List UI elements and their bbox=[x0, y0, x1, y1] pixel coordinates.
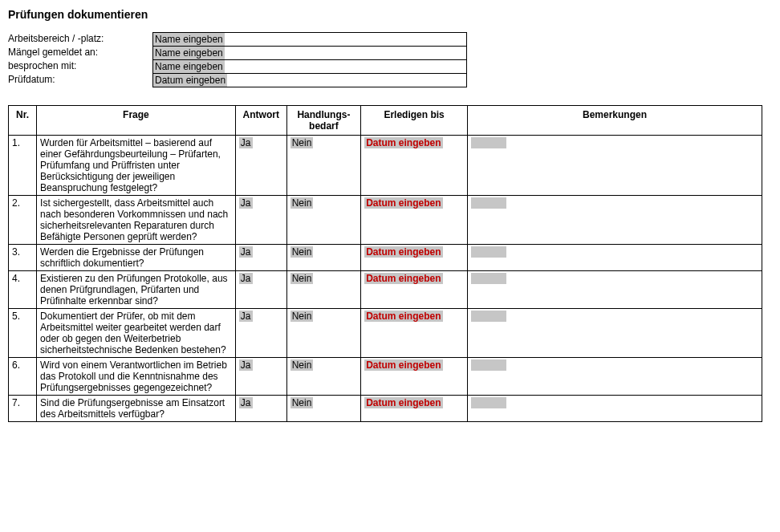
antwort-placeholder: Ja bbox=[239, 359, 253, 371]
cell-handlung[interactable]: Nein bbox=[286, 396, 361, 422]
cell-nr: 7. bbox=[9, 396, 37, 422]
th-handlung-l2: bedarf bbox=[309, 120, 339, 132]
cell-bemerkungen[interactable] bbox=[468, 309, 762, 358]
cell-handlung[interactable]: Nein bbox=[286, 271, 361, 309]
cell-antwort[interactable]: Ja bbox=[235, 245, 286, 271]
cell-frage: Werden die Ergebnisse der Prüfungen schr… bbox=[37, 245, 236, 271]
cell-handlung[interactable]: Nein bbox=[286, 358, 361, 396]
antwort-placeholder: Ja bbox=[239, 397, 253, 408]
checklist-table: Nr. Frage Antwort Handlungs- bedarf Erle… bbox=[8, 105, 762, 422]
th-nr: Nr. bbox=[9, 106, 37, 136]
cell-bemerkungen[interactable] bbox=[468, 396, 762, 422]
cell-frage: Wird von einem Verantwortlichen im Betri… bbox=[37, 358, 236, 396]
cell-bemerkungen[interactable] bbox=[468, 196, 762, 245]
th-bemerk: Bemerkungen bbox=[468, 106, 762, 136]
th-handlung-l1: Handlungs- bbox=[297, 109, 350, 120]
table-row: 5.Dokumentiert der Prüfer, ob mit dem Ar… bbox=[9, 309, 762, 358]
erledigen-placeholder: Datum eingeben bbox=[364, 246, 442, 258]
meta-input[interactable]: Datum eingeben bbox=[153, 74, 467, 87]
cell-nr: 4. bbox=[9, 271, 37, 309]
handlung-placeholder: Nein bbox=[290, 137, 314, 148]
meta-input[interactable]: Name eingeben bbox=[153, 60, 467, 74]
th-handlung: Handlungs- bedarf bbox=[286, 106, 361, 136]
cell-nr: 2. bbox=[9, 196, 37, 245]
cell-nr: 3. bbox=[9, 245, 37, 271]
bemerkungen-placeholder bbox=[471, 359, 506, 371]
meta-input[interactable]: Name eingeben bbox=[153, 33, 467, 47]
cell-erledigen[interactable]: Datum eingeben bbox=[361, 136, 468, 196]
antwort-placeholder: Ja bbox=[239, 137, 253, 148]
page-title: Prüfungen dokumentieren bbox=[8, 8, 772, 21]
cell-handlung[interactable]: Nein bbox=[286, 245, 361, 271]
meta-placeholder: Name eingeben bbox=[153, 60, 225, 73]
erledigen-placeholder: Datum eingeben bbox=[364, 273, 442, 284]
th-frage: Frage bbox=[37, 106, 236, 136]
th-antwort: Antwort bbox=[235, 106, 286, 136]
cell-erledigen[interactable]: Datum eingeben bbox=[361, 396, 468, 422]
antwort-placeholder: Ja bbox=[239, 311, 253, 322]
meta-placeholder: Datum eingeben bbox=[153, 74, 227, 87]
cell-erledigen[interactable]: Datum eingeben bbox=[361, 271, 468, 309]
cell-frage: Wurden für Arbeitsmittel – basierend auf… bbox=[37, 136, 236, 196]
cell-handlung[interactable]: Nein bbox=[286, 309, 361, 358]
cell-antwort[interactable]: Ja bbox=[235, 358, 286, 396]
cell-antwort[interactable]: Ja bbox=[235, 196, 286, 245]
table-row: 1.Wurden für Arbeitsmittel – basierend a… bbox=[9, 136, 762, 196]
bemerkungen-placeholder bbox=[471, 246, 506, 258]
table-row: 2.Ist sichergestellt, dass Arbeitsmittel… bbox=[9, 196, 762, 245]
erledigen-placeholder: Datum eingeben bbox=[364, 197, 442, 209]
cell-bemerkungen[interactable] bbox=[468, 358, 762, 396]
cell-bemerkungen[interactable] bbox=[468, 271, 762, 309]
bemerkungen-placeholder bbox=[471, 397, 506, 408]
bemerkungen-placeholder bbox=[471, 311, 506, 322]
handlung-placeholder: Nein bbox=[290, 397, 314, 408]
handlung-placeholder: Nein bbox=[290, 273, 314, 284]
cell-handlung[interactable]: Nein bbox=[286, 136, 361, 196]
cell-antwort[interactable]: Ja bbox=[235, 271, 286, 309]
cell-antwort[interactable]: Ja bbox=[235, 309, 286, 358]
cell-frage: Sind die Prüfungsergebnisse am Einsatzor… bbox=[37, 396, 236, 422]
cell-antwort[interactable]: Ja bbox=[235, 396, 286, 422]
antwort-placeholder: Ja bbox=[239, 273, 253, 284]
cell-handlung[interactable]: Nein bbox=[286, 196, 361, 245]
meta-fields: Arbeitsbereich / -platz:Name eingebenMän… bbox=[8, 32, 467, 87]
cell-frage: Existieren zu den Prüfungen Protokolle, … bbox=[37, 271, 236, 309]
cell-nr: 5. bbox=[9, 309, 37, 358]
table-row: 3.Werden die Ergebnisse der Prüfungen sc… bbox=[9, 245, 762, 271]
cell-bemerkungen[interactable] bbox=[468, 136, 762, 196]
cell-erledigen[interactable]: Datum eingeben bbox=[361, 245, 468, 271]
cell-nr: 1. bbox=[9, 136, 37, 196]
table-row: 7.Sind die Prüfungsergebnisse am Einsatz… bbox=[9, 396, 762, 422]
antwort-placeholder: Ja bbox=[239, 246, 253, 258]
handlung-placeholder: Nein bbox=[290, 311, 314, 322]
handlung-placeholder: Nein bbox=[290, 197, 314, 209]
erledigen-placeholder: Datum eingeben bbox=[364, 137, 442, 148]
cell-erledigen[interactable]: Datum eingeben bbox=[361, 358, 468, 396]
erledigen-placeholder: Datum eingeben bbox=[364, 359, 442, 371]
meta-label: besprochen mit: bbox=[8, 60, 153, 74]
cell-nr: 6. bbox=[9, 358, 37, 396]
antwort-placeholder: Ja bbox=[239, 197, 253, 209]
handlung-placeholder: Nein bbox=[290, 359, 314, 371]
cell-antwort[interactable]: Ja bbox=[235, 136, 286, 196]
cell-erledigen[interactable]: Datum eingeben bbox=[361, 196, 468, 245]
meta-placeholder: Name eingeben bbox=[153, 33, 225, 46]
meta-placeholder: Name eingeben bbox=[153, 47, 225, 59]
cell-frage: Dokumentiert der Prüfer, ob mit dem Arbe… bbox=[37, 309, 236, 358]
meta-label: Arbeitsbereich / -platz: bbox=[8, 33, 153, 47]
handlung-placeholder: Nein bbox=[290, 246, 314, 258]
bemerkungen-placeholder bbox=[471, 137, 506, 148]
meta-input[interactable]: Name eingeben bbox=[153, 47, 467, 60]
bemerkungen-placeholder bbox=[471, 197, 506, 209]
table-row: 4.Existieren zu den Prüfungen Protokolle… bbox=[9, 271, 762, 309]
cell-erledigen[interactable]: Datum eingeben bbox=[361, 309, 468, 358]
erledigen-placeholder: Datum eingeben bbox=[364, 397, 442, 408]
bemerkungen-placeholder bbox=[471, 273, 506, 284]
meta-label: Prüfdatum: bbox=[8, 74, 153, 87]
th-erledigen: Erledigen bis bbox=[361, 106, 468, 136]
cell-bemerkungen[interactable] bbox=[468, 245, 762, 271]
erledigen-placeholder: Datum eingeben bbox=[364, 311, 442, 322]
meta-label: Mängel gemeldet an: bbox=[8, 47, 153, 60]
table-row: 6.Wird von einem Verantwortlichen im Bet… bbox=[9, 358, 762, 396]
cell-frage: Ist sichergestellt, dass Arbeitsmittel a… bbox=[37, 196, 236, 245]
